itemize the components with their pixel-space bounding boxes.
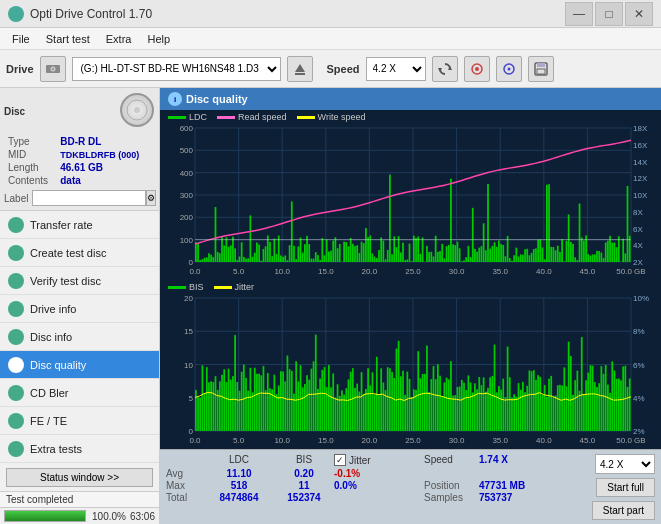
- legend-bis-color: [168, 286, 186, 289]
- avg-label: Avg: [166, 468, 204, 479]
- disc-mid-row: MID TDKBLDRFB (000): [6, 149, 153, 160]
- svg-point-10: [507, 67, 510, 70]
- progress-fill: [5, 511, 85, 521]
- disc-info-icon: [8, 329, 24, 345]
- bottom-chart-canvas: [160, 280, 661, 449]
- speed-select[interactable]: 4.2 X 2.0 X 1.0 X: [366, 57, 426, 81]
- legend-write-color: [297, 116, 315, 119]
- maximize-button[interactable]: □: [595, 2, 623, 26]
- legend-ldc: LDC: [168, 112, 207, 122]
- menu-help[interactable]: Help: [139, 31, 178, 47]
- progress-area: 100.0% 63:06: [0, 507, 159, 524]
- total-label: Total: [166, 492, 204, 503]
- start-part-button[interactable]: Start part: [592, 501, 655, 520]
- close-button[interactable]: ✕: [625, 2, 653, 26]
- legend-write: Write speed: [297, 112, 366, 122]
- disc-mid-label: MID: [6, 149, 56, 160]
- sidebar-item-create-test-disc[interactable]: Create test disc: [0, 239, 159, 267]
- svg-rect-13: [537, 69, 545, 74]
- menu-file[interactable]: File: [4, 31, 38, 47]
- avg-jitter: -0.1%: [334, 468, 424, 479]
- speed-label: Speed: [327, 63, 360, 75]
- disc-label-input[interactable]: [32, 190, 146, 206]
- disc-type-label: Type: [6, 136, 56, 147]
- sidebar-item-disc-info[interactable]: Disc info: [0, 323, 159, 351]
- bottom-legend: BIS Jitter: [168, 282, 254, 292]
- status-window-button[interactable]: Status window >>: [6, 468, 153, 487]
- svg-point-2: [52, 68, 54, 70]
- svg-point-8: [475, 67, 479, 71]
- extra-tests-label: Extra tests: [30, 443, 82, 455]
- disc-length-value: 46.61 GB: [58, 162, 153, 173]
- stats-container: LDC BIS ✓ Jitter Speed 1.74 X Avg 11.10 …: [166, 454, 655, 520]
- status-text: Test completed: [6, 494, 73, 505]
- disc-label-button[interactable]: ⚙: [146, 190, 156, 206]
- stats-header: LDC BIS ✓ Jitter Speed 1.74 X: [166, 454, 584, 466]
- drive-select[interactable]: (G:) HL-DT-ST BD-RE WH16NS48 1.D3: [72, 57, 281, 81]
- window-controls[interactable]: — □ ✕: [565, 2, 653, 26]
- menu-bar: File Start test Extra Help: [0, 28, 661, 50]
- minimize-button[interactable]: —: [565, 2, 593, 26]
- legend-ldc-color: [168, 116, 186, 119]
- total-bis: 152374: [274, 492, 334, 503]
- sidebar-item-verify-test-disc[interactable]: Verify test disc: [0, 267, 159, 295]
- col-speed: Speed: [424, 454, 479, 466]
- speed-dropdown[interactable]: 4.2 X 2.0 X 1.0 X: [595, 454, 655, 474]
- stats-table: LDC BIS ✓ Jitter Speed 1.74 X Avg 11.10 …: [166, 454, 584, 503]
- stats-total-row: Total 8474864 152374 Samples 753737: [166, 492, 584, 503]
- eject-icon[interactable]: [287, 56, 313, 82]
- start-full-button[interactable]: Start full: [596, 478, 655, 497]
- legend-read-color: [217, 116, 235, 119]
- top-legend: LDC Read speed Write speed: [168, 112, 365, 122]
- disc-section-label: Disc: [4, 106, 25, 117]
- disc-label-row: Label ⚙: [4, 190, 155, 206]
- col-bis: BIS: [274, 454, 334, 466]
- legend-read-label: Read speed: [238, 112, 287, 122]
- sidebar-item-transfer-rate[interactable]: Transfer rate: [0, 211, 159, 239]
- sidebar-item-drive-info[interactable]: Drive info: [0, 295, 159, 323]
- stats-area: LDC BIS ✓ Jitter Speed 1.74 X Avg 11.10 …: [160, 449, 661, 524]
- disc-length-row: Length 46.61 GB: [6, 162, 153, 173]
- fe-te-icon: [8, 413, 24, 429]
- app-title: Opti Drive Control 1.70: [30, 7, 152, 21]
- avg-ldc: 11.10: [204, 468, 274, 479]
- legend-jitter-label: Jitter: [235, 282, 255, 292]
- disc-type-value: BD-R DL: [58, 136, 153, 147]
- sidebar-item-extra-tests[interactable]: Extra tests: [0, 435, 159, 463]
- disc-label-label: Label: [4, 193, 28, 204]
- menu-start-test[interactable]: Start test: [38, 31, 98, 47]
- disc-burn-icon[interactable]: [496, 56, 522, 82]
- transfer-rate-icon: [8, 217, 24, 233]
- sidebar-item-cd-bler[interactable]: CD Bler: [0, 379, 159, 407]
- create-test-disc-icon: [8, 245, 24, 261]
- col-jitter-check: ✓ Jitter: [334, 454, 424, 466]
- settings-icon[interactable]: [464, 56, 490, 82]
- save-icon[interactable]: [528, 56, 554, 82]
- samples-label: Samples: [424, 492, 479, 503]
- total-jitter: [334, 492, 424, 503]
- legend-read: Read speed: [217, 112, 287, 122]
- stats-max-row: Max 518 11 0.0% Position 47731 MB: [166, 480, 584, 491]
- drive-info-label: Drive info: [30, 303, 76, 315]
- progress-bar: [4, 510, 86, 522]
- app-icon: [8, 6, 24, 22]
- disc-icon: [119, 92, 155, 130]
- stats-right-panel: 4.2 X 2.0 X 1.0 X Start full Start part: [592, 454, 655, 520]
- sidebar-item-disc-quality[interactable]: Disc quality: [0, 351, 159, 379]
- col-jitter-label: Jitter: [349, 455, 371, 466]
- menu-extra[interactable]: Extra: [98, 31, 140, 47]
- top-chart-area: LDC Read speed Write speed: [160, 110, 661, 280]
- top-chart-canvas: [160, 110, 661, 280]
- position-val: 47731 MB: [479, 480, 525, 491]
- sidebar: Disc Type BD-R DL MID: [0, 88, 160, 524]
- legend-bis: BIS: [168, 282, 204, 292]
- jitter-checkbox[interactable]: ✓: [334, 454, 346, 466]
- status-bar: Test completed: [0, 491, 159, 507]
- legend-ldc-label: LDC: [189, 112, 207, 122]
- avg-bis: 0.20: [274, 468, 334, 479]
- sidebar-item-fe-te[interactable]: FE / TE: [0, 407, 159, 435]
- refresh-icon[interactable]: [432, 56, 458, 82]
- position-label: Position: [424, 480, 479, 491]
- content-area: i Disc quality LDC Read speed Write spee…: [160, 88, 661, 524]
- disc-quality-header-icon: i: [168, 92, 182, 106]
